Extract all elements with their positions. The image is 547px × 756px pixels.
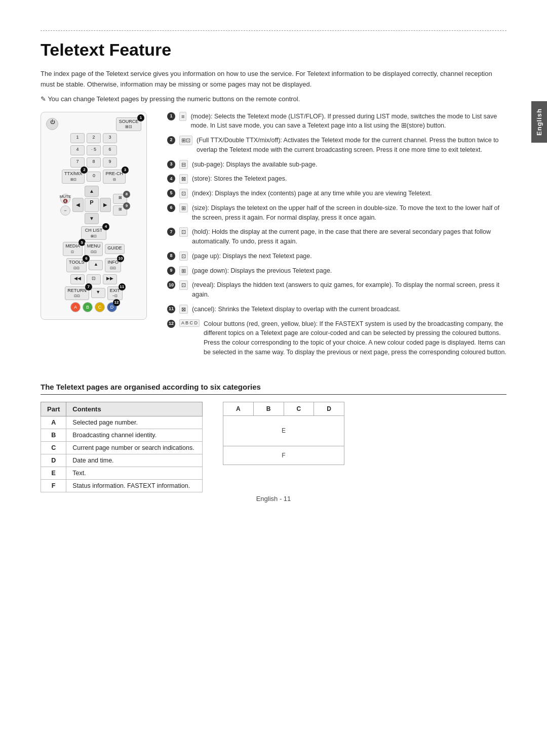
table-section-title: The Teletext pages are organised accordi… xyxy=(41,383,506,395)
info-btn[interactable]: INFO⊡⊡ 10 xyxy=(105,258,121,272)
mute-btn[interactable]: MUTE🔇 xyxy=(60,194,70,204)
btn-d-blue[interactable]: D12 xyxy=(107,302,117,312)
instructions-list: 1 ≡ (mode): Selects the Teletext mode (L… xyxy=(167,112,506,362)
col-part: Part xyxy=(41,402,66,416)
contents-b: Broadcasting channel identity. xyxy=(66,429,203,441)
btn-5[interactable]: · 5 xyxy=(87,145,101,155)
remote-row-menu: MEDIA⊡ 5 MENU⊡⊡ GUIDE xyxy=(46,242,141,256)
remote-row-tools: TOOLS⊡⊡ 6 ▲ INFO⊡⊡ 10 xyxy=(46,258,141,272)
power-btn[interactable]: ⏻ xyxy=(46,118,58,130)
btn-0[interactable]: 0 xyxy=(87,172,101,182)
table-area: Part Contents A Selected page number. B … xyxy=(41,402,506,492)
nav-right-btn[interactable]: ▶ xyxy=(100,198,111,212)
dashed-line xyxy=(41,30,506,31)
remote-row-ttx: TTX/MIX⊞⊡ 2 0 PRE-CH⊟ 3 xyxy=(46,170,141,184)
instr-icon-4: ⊠ xyxy=(179,174,188,184)
remote-row-456: 4 · 5 6 xyxy=(46,145,141,155)
guide-btn[interactable]: GUIDE xyxy=(105,244,125,254)
btn-4[interactable]: 4 xyxy=(70,145,85,155)
btn-7[interactable]: 7 xyxy=(70,157,85,167)
remote-row-colors: A B C D12 xyxy=(46,302,141,312)
btn-1[interactable]: 1 xyxy=(70,133,85,143)
instr-num-10: 10 xyxy=(167,281,175,289)
remote-row-789: 7 8 9 xyxy=(46,157,141,167)
vol-down-btn[interactable]: − xyxy=(60,205,70,216)
btn-8[interactable]: 8 xyxy=(87,157,101,167)
prev-btn[interactable]: ◀◀ xyxy=(70,274,85,284)
pause-btn[interactable]: ⊡ xyxy=(87,274,101,284)
ttxmix-btn[interactable]: TTX/MIX⊞⊡ 2 xyxy=(62,170,85,184)
instr-item-4: 4 ⊠ (store): Stores the Teletext pages. xyxy=(167,174,506,184)
instr-icon-3: ⊟ xyxy=(179,160,188,170)
btn-3[interactable]: 3 xyxy=(103,133,117,143)
col-contents: Contents xyxy=(66,402,203,416)
source-btn[interactable]: SOURCE⊞⊡ 1 xyxy=(116,117,141,132)
contents-c: Current page number or search indication… xyxy=(66,441,203,454)
instr-item-12: 12 A B C D Colour buttons (red, green, y… xyxy=(167,319,506,357)
intro-note: You can change Teletext pages by pressin… xyxy=(41,95,506,103)
nav-up-btn[interactable]: ▲ xyxy=(85,186,99,197)
instr-text-6: (size): Displays the teletext on the upp… xyxy=(192,203,506,223)
instr-icon-9: ⊞ xyxy=(179,266,188,276)
remote-container: ⏻ SOURCE⊞⊡ 1 1 2 3 4 · 5 6 xyxy=(41,112,152,362)
table-row: E Text. xyxy=(41,467,203,479)
remote-row-1: ⏻ SOURCE⊞⊡ 1 xyxy=(46,117,141,132)
instr-icon-1: ≡ xyxy=(179,112,186,121)
diagram-footer: F xyxy=(223,446,344,465)
btn-c-yellow[interactable]: C xyxy=(95,302,105,312)
part-e: E xyxy=(41,467,66,479)
instr-text-11: (cancel): Shrinks the Teletext display t… xyxy=(192,305,401,314)
nav-ok-btn[interactable]: P xyxy=(85,198,99,212)
menu-btn[interactable]: MENU⊡⊡ xyxy=(85,242,103,256)
part-f: F xyxy=(41,479,66,492)
instr-num-5: 5 xyxy=(167,189,175,197)
instr-item-2: 2 ⊞⊡ (Full TTX/Double TTX/mix/off): Acti… xyxy=(167,136,506,155)
btn-2[interactable]: 2 xyxy=(87,133,101,143)
prech-btn[interactable]: PRE-CH⊟ 3 xyxy=(103,170,126,184)
page-footer: English - 11 xyxy=(0,495,547,502)
instr-text-3: (sub-page): Displays the available sub-p… xyxy=(192,160,317,170)
diagram-header-a: A xyxy=(223,402,254,415)
instr-text-1: (mode): Selects the Teletext mode (LIST/… xyxy=(190,112,506,131)
stop-btn[interactable]: ▼ xyxy=(91,288,105,298)
instr-text-9: (page down): Displays the previous Telet… xyxy=(192,266,332,276)
btn-6[interactable]: 6 xyxy=(103,145,117,155)
contents-e: Text. xyxy=(66,467,203,479)
instr-item-7: 7 ⊡ (hold): Holds the display at the cur… xyxy=(167,227,506,246)
chlist-btn[interactable]: CH LIST⊠⊡ 4 xyxy=(81,226,106,240)
instr-num-6: 6 xyxy=(167,204,175,212)
page-container: English Teletext Feature The index page … xyxy=(0,0,547,523)
btn-b-green[interactable]: B xyxy=(83,302,93,312)
instr-num-8: 8 xyxy=(167,252,175,260)
instr-text-4: (store): Stores the Teletext pages. xyxy=(192,174,287,184)
btn-a-red[interactable]: A xyxy=(70,302,81,312)
ch-down-btn[interactable]: ⊞9 xyxy=(113,205,127,216)
exit-btn[interactable]: EXIT−⊡ 11 xyxy=(107,286,123,301)
part-c: C xyxy=(41,441,66,454)
diagram-header-c: C xyxy=(284,402,315,415)
instr-num-2: 2 xyxy=(167,136,175,144)
remote-row-return: RETURN⊡⊡ 7 ▼ EXIT−⊡ 11 xyxy=(46,286,141,301)
contents-a: Selected page number. xyxy=(66,416,203,429)
part-a: A xyxy=(41,416,66,429)
table-row: F Status information. FASTEXT informatio… xyxy=(41,479,203,492)
nav-left-btn[interactable]: ◀ xyxy=(72,198,84,212)
diagram-header-d: D xyxy=(314,402,344,415)
instr-text-5: (index): Displays the index (contents) p… xyxy=(192,189,432,198)
play-btn[interactable]: ▲ xyxy=(89,260,103,270)
tools-btn[interactable]: TOOLS⊡⊡ 6 xyxy=(66,258,87,272)
instr-item-5: 5 ⊡ (index): Displays the index (content… xyxy=(167,189,506,198)
nav-down-btn[interactable]: ▼ xyxy=(85,213,99,224)
next-btn[interactable]: ▶▶ xyxy=(103,274,117,284)
side-tab: English xyxy=(531,101,547,143)
btn-9[interactable]: 9 xyxy=(103,157,117,167)
contents-table: Part Contents A Selected page number. B … xyxy=(41,402,203,492)
instr-item-6: 6 ⊞ (size): Displays the teletext on the… xyxy=(167,203,506,223)
instr-icon-10: ⊡ xyxy=(179,280,188,290)
diagram-header-row: A B C D xyxy=(223,402,344,416)
media-btn[interactable]: MEDIA⊡ 5 xyxy=(63,242,83,256)
remote-row-123: 1 2 3 xyxy=(46,133,141,143)
return-btn[interactable]: RETURN⊡⊡ 7 xyxy=(65,286,89,301)
instr-item-9: 9 ⊞ (page down): Displays the previous T… xyxy=(167,266,506,276)
remote-row-chlist: CH LIST⊠⊡ 4 xyxy=(46,226,141,240)
